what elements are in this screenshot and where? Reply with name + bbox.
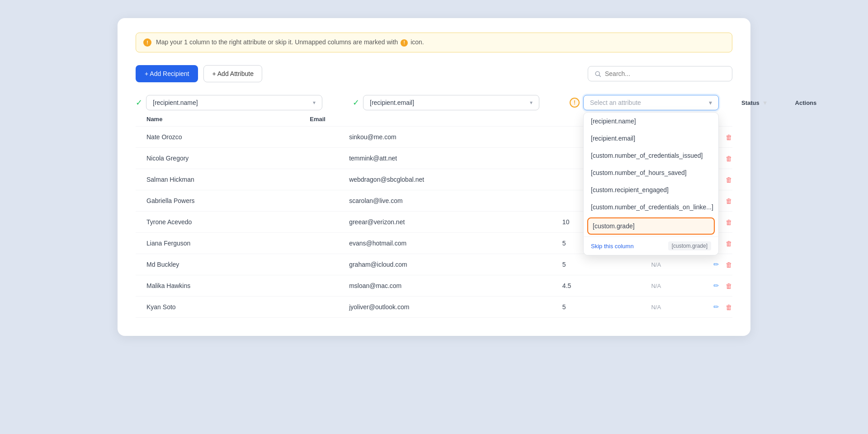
skip-badge: [custom.grade]: [668, 241, 711, 250]
filter-icon[interactable]: ▼: [762, 99, 768, 106]
status-header: Status ▼: [741, 99, 768, 106]
table-row: Md Buckley graham@icloud.com 5 N/A ✏ 🗑: [136, 254, 732, 275]
delete-icon[interactable]: 🗑: [726, 197, 732, 205]
cell-email: scarolan@live.com: [349, 197, 562, 204]
cell-email: temmink@att.net: [349, 155, 562, 162]
cell-name: Liana Ferguson: [136, 240, 349, 247]
col2-check-icon: ✓: [353, 98, 359, 108]
warning-icon: !: [143, 38, 151, 47]
delete-icon[interactable]: 🗑: [726, 155, 732, 162]
toolbar-left: + Add Recipient + Add Attribute: [136, 65, 262, 82]
table-row: Malika Hawkins msloan@mac.com 4.5 N/A ✏ …: [136, 275, 732, 297]
banner-text: Map your 1 column to the right attribute…: [156, 38, 424, 46]
edit-icon[interactable]: ✏: [713, 303, 719, 311]
dropdown-item-3[interactable]: [custom.number_of_hours_saved]: [584, 164, 718, 181]
column-selectors-row: ✓ [recipient.name] ▾ ✓ [recipient.email]…: [136, 95, 732, 110]
skip-column-link[interactable]: Skip this column: [591, 243, 634, 250]
actions-header: Actions: [795, 99, 817, 107]
cell-name: Malika Hawkins: [136, 282, 349, 289]
delete-icon[interactable]: 🗑: [726, 218, 732, 226]
cell-grade: 5: [562, 261, 651, 268]
cell-email: evans@hotmail.com: [349, 240, 562, 247]
svg-line-1: [599, 75, 600, 76]
status-badge: N/A: [651, 304, 713, 311]
attribute-dropdown-menu: [recipient.name] [recipient.email] [cust…: [583, 112, 719, 255]
cell-name: Md Buckley: [136, 261, 349, 268]
dropdown-footer: Skip this column [custom.grade]: [584, 236, 718, 255]
attribute-col-wrapper: Select an attribute ▾ [recipient.name] […: [583, 95, 719, 110]
cell-email: webdragon@sbcglobal.net: [349, 176, 562, 183]
search-icon: [594, 71, 601, 77]
cell-grade: 4.5: [562, 282, 651, 289]
delete-icon[interactable]: 🗑: [726, 282, 732, 290]
edit-icon[interactable]: ✏: [713, 282, 719, 290]
col1-selector[interactable]: [recipient.name] ▾: [146, 95, 322, 110]
col3-warning-icon: !: [570, 98, 580, 108]
cell-name: Gabriella Powers: [136, 197, 349, 204]
col2-value: [recipient.email]: [370, 99, 414, 106]
edit-icon[interactable]: ✏: [713, 260, 719, 269]
table-row: Kyan Soto jyoliver@outlook.com 5 N/A ✏ 🗑: [136, 297, 732, 318]
delete-icon[interactable]: 🗑: [726, 133, 732, 141]
cell-email: greear@verizon.net: [349, 218, 562, 226]
attribute-select-dropdown[interactable]: Select an attribute ▾: [583, 95, 719, 110]
cell-email: sinkou@me.com: [349, 133, 562, 141]
search-box: [588, 66, 732, 81]
cell-email: graham@icloud.com: [349, 261, 562, 268]
status-badge: N/A: [651, 283, 713, 289]
cell-email: jyoliver@outlook.com: [349, 303, 562, 311]
cell-name: Nate Orozco: [136, 133, 349, 141]
add-attribute-button[interactable]: + Add Attribute: [203, 65, 262, 82]
status-badge: N/A: [651, 261, 713, 268]
name-header: Name: [136, 116, 310, 123]
unmapped-icon: !: [401, 39, 408, 47]
attribute-placeholder: Select an attribute: [590, 99, 641, 106]
toolbar: + Add Recipient + Add Attribute: [136, 65, 732, 82]
cell-grade: 5: [562, 303, 651, 311]
delete-icon[interactable]: 🗑: [726, 261, 732, 269]
row-actions: ✏ 🗑: [713, 282, 732, 290]
dropdown-item-selected[interactable]: [custom.grade]: [587, 217, 715, 235]
search-input[interactable]: [605, 70, 726, 77]
delete-icon[interactable]: 🗑: [726, 176, 732, 184]
col2-caret-icon: ▾: [530, 99, 533, 106]
col1-value: [recipient.name]: [153, 99, 198, 106]
dropdown-item-5[interactable]: [custom.number_of_credentials_on_linke..…: [584, 198, 718, 216]
col1-caret-icon: ▾: [313, 99, 316, 106]
col2-selector[interactable]: [recipient.email] ▾: [363, 95, 539, 110]
info-banner: ! Map your 1 column to the right attribu…: [136, 33, 732, 52]
dropdown-item-0[interactable]: [recipient.name]: [584, 113, 718, 130]
cell-email: msloan@mac.com: [349, 282, 562, 289]
row-actions: ✏ 🗑: [713, 303, 732, 311]
col1-check-icon: ✓: [136, 98, 142, 108]
cell-name: Salman Hickman: [136, 176, 349, 183]
dropdown-item-4[interactable]: [custom.recipient_engaged]: [584, 181, 718, 198]
cell-name: Kyan Soto: [136, 303, 349, 311]
delete-icon[interactable]: 🗑: [726, 303, 732, 311]
cell-name: Tyrone Acevedo: [136, 218, 349, 226]
dropdown-item-1[interactable]: [recipient.email]: [584, 130, 718, 147]
main-card: ! Map your 1 column to the right attribu…: [118, 18, 750, 336]
dropdown-item-2[interactable]: [custom.number_of_credentials_issued]: [584, 147, 718, 164]
add-recipient-button[interactable]: + Add Recipient: [136, 65, 198, 82]
row-actions: ✏ 🗑: [713, 260, 732, 269]
email-header: Email: [310, 116, 481, 123]
delete-icon[interactable]: 🗑: [726, 240, 732, 247]
cell-name: Nicola Gregory: [136, 155, 349, 162]
attribute-caret-icon: ▾: [709, 99, 712, 106]
